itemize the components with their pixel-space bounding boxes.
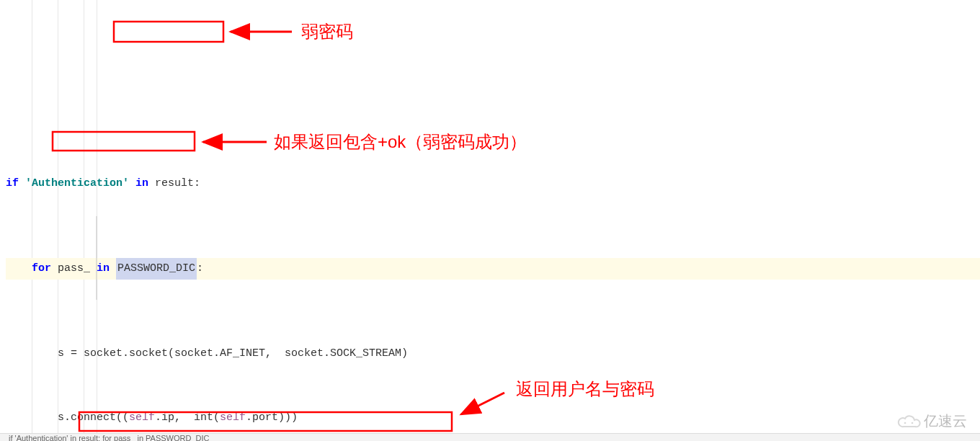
- breadcrumb-strip: if 'Authentication' in result: for pass_…: [0, 433, 980, 441]
- code-block: if 'Authentication' in result: for pass_…: [0, 0, 980, 441]
- highlight-password-dic: PASSWORD_DIC: [116, 258, 197, 280]
- code-line-for: for pass_ in PASSWORD_DIC:: [6, 258, 980, 280]
- code-line: s = socket.socket(socket.AF_INET, socket…: [6, 343, 980, 365]
- code-line: if 'Authentication' in result:: [6, 173, 980, 195]
- code-line: s.connect((self.ip, int(self.port))): [6, 407, 980, 429]
